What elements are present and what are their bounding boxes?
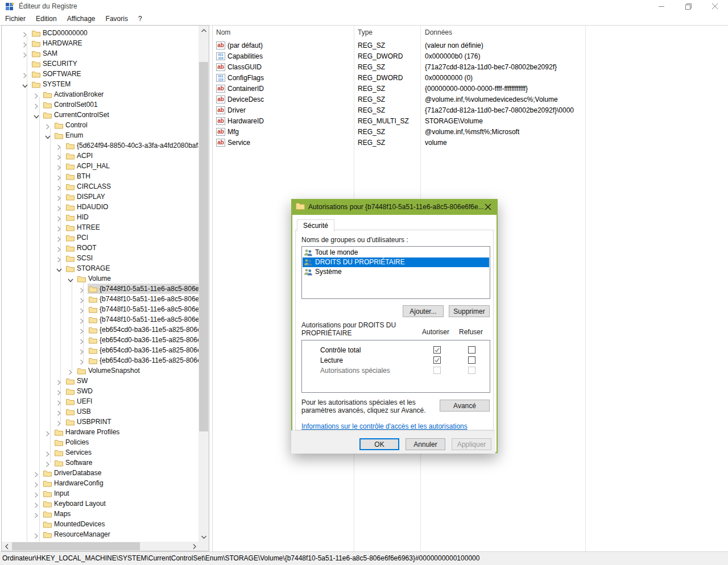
chevron-right-icon[interactable]: [56, 419, 62, 425]
tree-item-software[interactable]: SOFTWARE: [2, 69, 199, 79]
tree-item-control[interactable]: Control: [2, 120, 199, 130]
tree-item-label[interactable]: HID: [77, 212, 89, 222]
chevron-right-icon[interactable]: [34, 511, 39, 517]
menu-item-affichage[interactable]: Affichage: [62, 13, 101, 24]
tree-item-label[interactable]: Policies: [65, 437, 89, 447]
tree-item-usb[interactable]: USB: [2, 406, 199, 417]
chevron-right-icon[interactable]: [56, 378, 62, 384]
tree-item-label[interactable]: {eb654cd0-ba36-11e5-a825-806e6f6e6963}: [100, 325, 199, 335]
chevron-right-icon[interactable]: [45, 429, 51, 435]
tree-item-label[interactable]: PCI: [77, 232, 88, 243]
tree-item-label[interactable]: DriverDatabase: [54, 468, 101, 478]
tree-item-label[interactable]: {b7448f10-5a51-11e6-a8c5-806e6f6e6963}: [100, 314, 199, 325]
chevron-right-icon[interactable]: [56, 204, 62, 210]
chevron-right-icon[interactable]: [79, 317, 85, 322]
tree-item-enum[interactable]: Enum: [2, 130, 199, 140]
tree-item-label[interactable]: ResourceManager: [54, 529, 110, 539]
chevron-right-icon[interactable]: [45, 460, 51, 466]
value-row-classguid[interactable]: abClassGUIDREG_SZ{71a27cdd-812a-11d0-bec…: [213, 62, 725, 73]
tree-item--b7448f10-5a51-11e6-a8c5-806e6[interactable]: {b7448f10-5a51-11e6-a8c5-806e6f6e6963}: [2, 304, 199, 314]
tree-vscroll-thumb[interactable]: [199, 62, 208, 431]
group-item-syst-me[interactable]: Système: [303, 267, 489, 277]
tree-item-driverdatabase[interactable]: DriverDatabase: [2, 468, 199, 478]
tree-item-pci[interactable]: PCI: [2, 232, 199, 243]
scroll-left-icon[interactable]: [2, 542, 11, 551]
tree-item-label[interactable]: CurrentControlSet: [54, 110, 109, 120]
chevron-down-icon[interactable]: [68, 276, 73, 281]
tree-item--b7448f10-5a51-11e6-a8c5-806e6[interactable]: {b7448f10-5a51-11e6-a8c5-806e6f6e6963}: [2, 294, 199, 304]
minimize-button[interactable]: [649, 0, 675, 13]
tree-item-circlass[interactable]: CIRCLASS: [2, 181, 199, 192]
tree-item-sw[interactable]: SW: [2, 376, 199, 386]
add-button[interactable]: Ajouter...: [403, 305, 444, 317]
chevron-right-icon[interactable]: [56, 255, 62, 261]
tree-item-label[interactable]: SWD: [77, 386, 93, 396]
value-row-capabilities[interactable]: 011110CapabilitiesREG_DWORD0x000000b0 (1…: [213, 51, 725, 62]
tree-item-label[interactable]: VolumeSnapshot: [88, 365, 140, 376]
chevron-down-icon[interactable]: [22, 81, 28, 87]
tree-item-label[interactable]: ActivationBroker: [54, 89, 104, 99]
value-row-devicedesc[interactable]: abDeviceDescREG_SZ@volume.inf,%volumedev…: [213, 94, 725, 105]
tree-item-input[interactable]: Input: [2, 488, 199, 498]
tree-item-hdaudio[interactable]: HDAUDIO: [2, 202, 199, 212]
tree-item-label[interactable]: Keyboard Layout: [54, 498, 106, 509]
tree-item-uefi[interactable]: UEFI: [2, 396, 199, 406]
cancel-button[interactable]: Annuler: [406, 438, 445, 450]
tree-item-label[interactable]: Volume: [88, 273, 111, 284]
chevron-right-icon[interactable]: [22, 71, 28, 77]
chevron-right-icon[interactable]: [56, 388, 62, 394]
tree-item-label[interactable]: STORAGE: [77, 263, 110, 273]
tree-item-bcd00000000[interactable]: BCD00000000: [2, 28, 199, 38]
restore-button[interactable]: [676, 0, 701, 13]
deny-checkbox[interactable]: [468, 356, 475, 364]
tree-item-label[interactable]: USBPRINT: [77, 417, 111, 427]
tree-item-root[interactable]: ROOT: [2, 243, 199, 253]
chevron-right-icon[interactable]: [79, 296, 85, 302]
tree-item-acpi[interactable]: ACPI: [2, 151, 199, 161]
tree-item-swd[interactable]: SWD: [2, 386, 199, 396]
tab-security[interactable]: Sécurité: [297, 219, 334, 232]
ok-button[interactable]: OK: [359, 438, 399, 450]
value-row-mfg[interactable]: abMfgREG_SZ@volume.inf,%msft%;Microsoft: [213, 127, 725, 138]
tree-item-label[interactable]: MountedDevices: [54, 519, 105, 529]
tree-item-security[interactable]: SECURITY: [2, 59, 199, 69]
tree-item-label[interactable]: {eb654cd0-ba36-11e5-a825-806e6f6e6963}: [100, 335, 199, 345]
access-control-link[interactable]: Informations sur le contrôle d'accès et …: [301, 422, 468, 430]
column-header-data[interactable]: Données: [425, 28, 452, 36]
tree-item-label[interactable]: ROOT: [77, 243, 97, 253]
tree-item-label[interactable]: DISPLAY: [77, 192, 105, 202]
tree-item--eb654cd0-ba36-11e5-a825-806e6[interactable]: {eb654cd0-ba36-11e5-a825-806e6f6e6963}: [2, 355, 199, 365]
value-row--par-d-faut-[interactable]: ab(par défaut)REG_SZ(valeur non définie): [213, 40, 725, 51]
chevron-right-icon[interactable]: [56, 184, 62, 189]
chevron-right-icon[interactable]: [79, 358, 85, 363]
tree-item-volume[interactable]: Volume: [2, 273, 199, 284]
scroll-right-icon[interactable]: [189, 542, 199, 551]
allow-checkbox[interactable]: [433, 356, 441, 364]
tree-item-label[interactable]: {b7448f10-5a51-11e6-a8c5-806e6f6e6963}: [100, 284, 199, 294]
tree-item--eb654cd0-ba36-11e5-a825-806e6[interactable]: {eb654cd0-ba36-11e5-a825-806e6f6e6963}: [2, 345, 199, 355]
chevron-right-icon[interactable]: [79, 347, 85, 353]
tree-item-label[interactable]: {eb654cd0-ba36-11e5-a825-806e6f6e6963}: [100, 355, 199, 365]
tree-item-label[interactable]: {b7448f10-5a51-11e6-a8c5-806e6f6e6963}: [100, 304, 199, 314]
chevron-right-icon[interactable]: [34, 480, 39, 486]
tree-item-resourcemanager[interactable]: ResourceManager: [2, 529, 199, 539]
tree-item-label[interactable]: HardwareConfig: [54, 478, 104, 488]
menu-item-edition[interactable]: Edition: [31, 13, 62, 24]
tree-item-label[interactable]: UEFI: [77, 396, 92, 406]
tree-item-label[interactable]: ControlSet001: [54, 99, 98, 110]
tree-item-label[interactable]: BCD00000000: [43, 28, 88, 38]
tree-item-sam[interactable]: SAM: [2, 48, 199, 59]
chevron-right-icon[interactable]: [56, 245, 62, 251]
chevron-right-icon[interactable]: [79, 337, 85, 343]
close-button[interactable]: [702, 0, 728, 13]
tree-item-policies[interactable]: Policies: [2, 437, 199, 447]
column-header-type[interactable]: Type: [358, 28, 373, 36]
advanced-button[interactable]: Avancé: [440, 400, 490, 412]
allow-checkbox[interactable]: [433, 346, 441, 354]
chevron-right-icon[interactable]: [56, 153, 62, 159]
group-item-droits-du-propri-taire[interactable]: DROITS DU PROPRIÉTAIRE: [303, 257, 489, 267]
chevron-right-icon[interactable]: [45, 450, 51, 455]
tree-item-label[interactable]: Hardware Profiles: [65, 427, 119, 437]
menu-item-favoris[interactable]: Favoris: [101, 13, 133, 24]
tree-horizontal-scrollbar[interactable]: [2, 542, 209, 551]
